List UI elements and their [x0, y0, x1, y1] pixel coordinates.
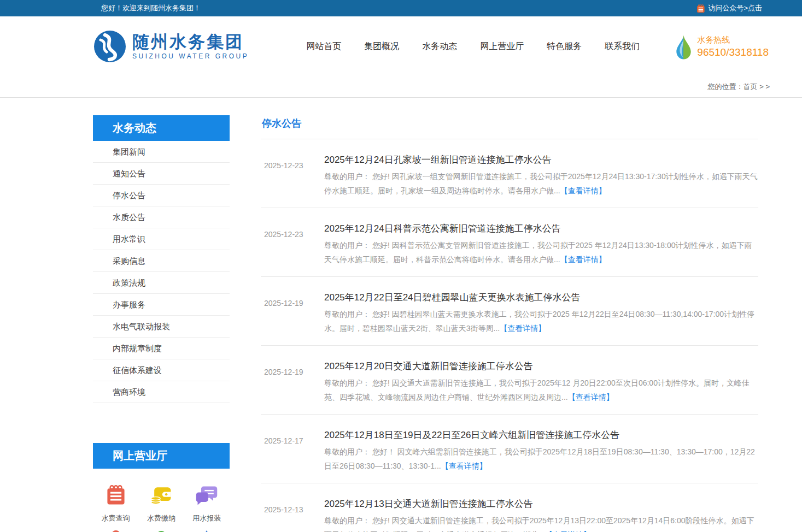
- logo-icon: [93, 29, 127, 63]
- page-title: 停水公告: [261, 115, 758, 139]
- detail-link[interactable]: 【查看详情】: [560, 255, 606, 264]
- breadcrumb-row: 您的位置：首页 > >: [0, 76, 802, 98]
- sidebar-item[interactable]: 采购信息: [93, 250, 230, 272]
- notice-date: 2025-12-19: [261, 360, 324, 414]
- main-nav: 网站首页集团概况水务动态网上营业厅特色服务联系我们: [306, 41, 640, 52]
- main-panel: 停水公告 2025-12-23 2025年12月24日孔家坡一组新旧管道连接施工…: [261, 115, 771, 532]
- sidebar: 水务动态 集团新闻通知公告停水公告水质公告用水常识采购信息政策法规办事服务水电气…: [93, 115, 230, 532]
- nav-item[interactable]: 集团概况: [364, 41, 399, 52]
- notice-title[interactable]: 2025年12月20日交通大道新旧管连接施工停水公告: [324, 360, 758, 373]
- public-account-label: 访问公众号>点击: [708, 3, 762, 13]
- detail-link[interactable]: 【查看详情】: [568, 393, 614, 401]
- notice-list: 2025-12-23 2025年12月24日孔家坡一组新旧管道连接施工停水公告 …: [261, 139, 758, 532]
- notice-summary: 尊敬的用户： 您好! 因交通大道新旧管连接施工，我公司拟于2025年12月13日…: [324, 513, 758, 532]
- sidebar-hall-header: 网上营业厅: [93, 443, 230, 469]
- notice-date: 2025-12-19: [261, 291, 324, 345]
- notice-summary: 尊敬的用户： 您好! 因碧桂园翠山蓝天需更换水表施工，我公司拟于2025 年12…: [324, 307, 758, 335]
- notice-item[interactable]: 2025-12-23 2025年12月24日孔家坡一组新旧管道连接施工停水公告 …: [261, 139, 758, 208]
- notice-date: 2025-12-13: [261, 498, 324, 532]
- logo-title: 随州水务集团: [132, 33, 249, 51]
- notice-title[interactable]: 2025年12月24日科普示范公寓新旧管道连接施工停水公告: [324, 222, 758, 235]
- welcome-text: 您好！欢迎来到随州水务集团！: [101, 3, 201, 13]
- nav-item[interactable]: 水务动态: [422, 41, 457, 52]
- notice-title[interactable]: 2025年12月18日至19日及22日至26日文峰六组新旧管连接施工停水公告: [324, 429, 758, 442]
- nav-item[interactable]: 特色服务: [547, 41, 582, 52]
- notice-summary: 尊敬的用户： 您好！ 因文峰六组需新旧管连接施工，我公司拟于2025年12月18…: [324, 445, 758, 473]
- topbar: 您好！欢迎来到随州水务集团！ 访问公众号>点击: [0, 0, 802, 16]
- notice-title[interactable]: 2025年12月22日至24日碧桂园翠山蓝天更换水表施工停水公告: [324, 291, 758, 304]
- logo-subtitle: SUIZHOU WATER GROUP: [132, 52, 249, 60]
- notice-date: 2025-12-17: [261, 429, 324, 483]
- sidebar-news-menu: 集团新闻通知公告停水公告水质公告用水常识采购信息政策法规办事服务水电气联动报装内…: [93, 141, 230, 403]
- hotline-label: 水务热线: [697, 34, 769, 46]
- notice-summary: 尊敬的用户： 您好! 因孔家坡一组支管网新旧管道连接施工，我公司拟于2025年1…: [324, 169, 758, 198]
- breadcrumb-label: 您的位置：: [708, 82, 744, 91]
- sidebar-item[interactable]: 办事服务: [93, 294, 230, 316]
- sidebar-item[interactable]: 停水公告: [93, 185, 230, 206]
- sidebar-item[interactable]: 通知公告: [93, 163, 230, 185]
- sidebar-item[interactable]: 营商环境: [93, 381, 230, 403]
- detail-link[interactable]: 【查看详情】: [500, 324, 546, 333]
- nav-item[interactable]: 网上营业厅: [480, 41, 524, 52]
- breadcrumb-trail: > >: [759, 82, 770, 91]
- notice-title[interactable]: 2025年12月24日孔家坡一组新旧管道连接施工停水公告: [324, 153, 758, 167]
- notice-item[interactable]: 2025-12-17 2025年12月18日至19日及22日至26日文峰六组新旧…: [261, 415, 758, 483]
- sidebar-item[interactable]: 用水常识: [93, 228, 230, 250]
- notepad-icon: [104, 483, 128, 507]
- sidebar-item[interactable]: 水质公告: [93, 206, 230, 228]
- nav-item[interactable]: 网站首页: [306, 41, 341, 52]
- notice-item[interactable]: 2025-12-13 2025年12月13日交通大道新旧管连接施工停水公告 尊敬…: [261, 483, 758, 532]
- hall-item-label: 用水报装: [192, 513, 221, 523]
- public-account-link[interactable]: 访问公众号>点击: [696, 3, 762, 13]
- sidebar-item[interactable]: 征信体系建设: [93, 359, 230, 381]
- breadcrumb: 您的位置：首页 > >: [93, 76, 771, 97]
- detail-link[interactable]: 【查看详情】: [441, 462, 487, 470]
- hall-grid: 水费查询 水费缴纳: [93, 469, 230, 523]
- sidebar-item[interactable]: 集团新闻: [93, 141, 230, 163]
- notice-date: 2025-12-23: [261, 222, 324, 276]
- notice-title[interactable]: 2025年12月13日交通大道新旧管连接施工停水公告: [324, 498, 758, 511]
- hall-item-water-fee-pay[interactable]: 水费缴纳: [138, 483, 184, 523]
- notice-item[interactable]: 2025-12-19 2025年12月22日至24日碧桂园翠山蓝天更换水表施工停…: [261, 277, 758, 346]
- sidebar-item[interactable]: 政策法规: [93, 272, 230, 294]
- notice-summary: 尊敬的用户： 您好! 因科普示范公寓支管网新旧管道连接施工，我公司拟于2025 …: [324, 238, 758, 267]
- hall-item-label: 水费缴纳: [147, 513, 175, 523]
- sidebar-item[interactable]: 内部规章制度: [93, 338, 230, 359]
- notice-item[interactable]: 2025-12-19 2025年12月20日交通大道新旧管连接施工停水公告 尊敬…: [261, 346, 758, 415]
- hall-item-label: 水费查询: [102, 513, 130, 523]
- calendar-icon: [696, 4, 705, 13]
- hall-item-water-fee-query[interactable]: 水费查询: [93, 483, 138, 523]
- detail-link[interactable]: 【查看详情】: [560, 186, 606, 195]
- notice-item[interactable]: 2025-12-23 2025年12月24日科普示范公寓新旧管道连接施工停水公告…: [261, 208, 758, 277]
- hotline: 水务热线 96510/3318118: [675, 32, 771, 62]
- chat-icon: [195, 483, 219, 507]
- notice-date: 2025-12-23: [261, 153, 324, 208]
- sidebar-item[interactable]: 水电气联动报装: [93, 316, 230, 338]
- sidebar-news-header: 水务动态: [93, 115, 230, 141]
- logo[interactable]: 随州水务集团 SUIZHOU WATER GROUP: [93, 29, 249, 63]
- wallet-icon: [149, 483, 173, 507]
- notice-summary: 尊敬的用户： 您好! 因交通大道需新旧管连接施工，我公司拟于2025年12 月2…: [324, 376, 758, 404]
- water-drop-icon: [675, 32, 693, 62]
- header: 随州水务集团 SUIZHOU WATER GROUP 网站首页集团概况水务动态网…: [0, 16, 802, 76]
- nav-item[interactable]: 联系我们: [605, 41, 640, 52]
- breadcrumb-home-link[interactable]: 首页: [744, 82, 758, 91]
- hotline-number: 96510/3318118: [697, 46, 769, 59]
- content: 水务动态 集团新闻通知公告停水公告水质公告用水常识采购信息政策法规办事服务水电气…: [93, 115, 771, 532]
- hall-item-water-install[interactable]: 用水报装: [184, 483, 230, 523]
